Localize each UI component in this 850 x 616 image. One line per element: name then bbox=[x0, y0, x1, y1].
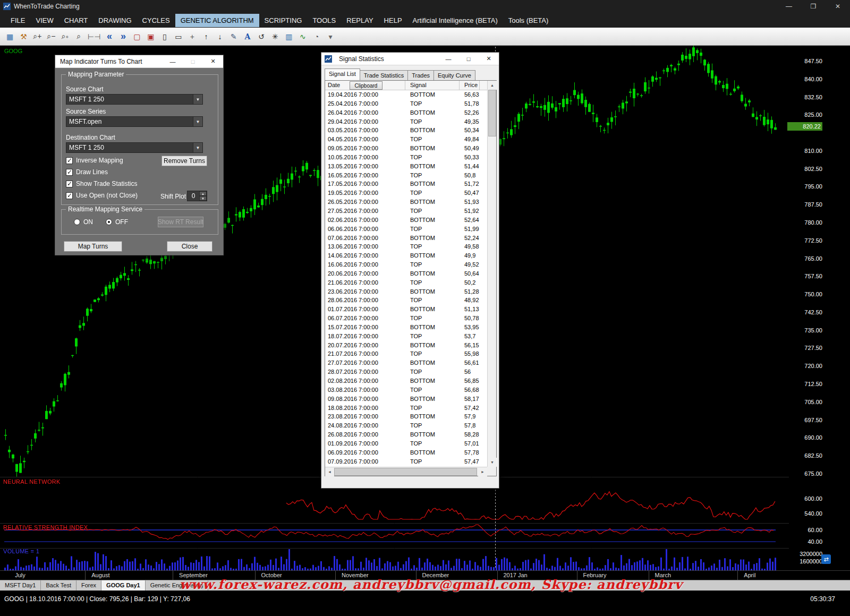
restore-button[interactable]: ❐ bbox=[801, 0, 826, 13]
zoom-in-icon[interactable]: ⌕+ bbox=[31, 30, 44, 44]
signal-row[interactable]: 26.08.2016 7:00:00BOTTOM58,28 bbox=[325, 430, 487, 439]
inverse-mapping-checkbox[interactable]: ✓ Inverse Mapping bbox=[66, 157, 123, 164]
signal-row[interactable]: 26.04.2016 7:00:00BOTTOM52,26 bbox=[325, 108, 487, 117]
scroll-up-icon[interactable]: ▲ bbox=[488, 81, 497, 90]
vertical-scrollbar[interactable]: ▲ ▼ bbox=[487, 81, 496, 467]
arrow-down-icon[interactable]: ↓ bbox=[213, 30, 226, 44]
step-back-icon[interactable]: « bbox=[103, 30, 116, 44]
signal-row[interactable]: 20.06.2016 7:00:00BOTTOM50,64 bbox=[325, 269, 487, 278]
signal-row[interactable]: 14.06.2016 7:00:00BOTTOM49,9 bbox=[325, 251, 487, 260]
horizontal-scrollbar[interactable]: ◄ ► bbox=[325, 467, 487, 476]
signal-row[interactable]: 10.05.2016 7:00:00TOP50,33 bbox=[325, 153, 487, 162]
menu-scripting[interactable]: SCRIPTING bbox=[259, 14, 308, 27]
signal-row[interactable]: 02.06.2016 7:00:00BOTTOM52,64 bbox=[325, 216, 487, 225]
toolbar-overflow-icon[interactable]: ▾ bbox=[324, 30, 337, 44]
line-chart-icon[interactable]: ∿ bbox=[296, 30, 309, 44]
phone-icon[interactable]: ▯ bbox=[158, 30, 171, 44]
menu-cycles[interactable]: CYCLES bbox=[137, 14, 175, 27]
signal-row[interactable]: 18.07.2016 7:00:00TOP53,7 bbox=[325, 332, 487, 341]
ruler-icon[interactable]: ⊢⊣ bbox=[86, 30, 102, 44]
step-forward-icon[interactable]: » bbox=[116, 30, 130, 44]
menu-replay[interactable]: REPLAY bbox=[341, 14, 378, 27]
chart-check-icon[interactable]: ▥ bbox=[282, 30, 295, 44]
select-grid-icon[interactable]: ▣ bbox=[144, 30, 157, 44]
scroll-down-icon[interactable]: ▼ bbox=[488, 458, 497, 467]
plus-icon[interactable]: + bbox=[185, 30, 199, 44]
tab-equity-curve[interactable]: Equity Curve bbox=[434, 70, 475, 80]
chart-tab-forex[interactable]: Forex bbox=[76, 580, 101, 591]
menu-view[interactable]: VIEW bbox=[30, 14, 58, 27]
signal-row[interactable]: 06.07.2016 7:00:00TOP50,78 bbox=[325, 314, 487, 323]
draw-lines-checkbox[interactable]: ✓ Draw Lines bbox=[66, 168, 108, 176]
signal-dialog-minimize-button[interactable]: — bbox=[438, 53, 458, 65]
menu-drawing[interactable]: DRAWING bbox=[93, 14, 137, 27]
signal-row[interactable]: 09.08.2016 7:00:00BOTTOM58,17 bbox=[325, 395, 487, 404]
signal-row[interactable]: 23.06.2016 7:00:00BOTTOM51,28 bbox=[325, 287, 487, 296]
scrollbar-thumb[interactable] bbox=[334, 468, 477, 476]
signal-row[interactable]: 27.05.2016 7:00:00TOP51,92 bbox=[325, 207, 487, 216]
signal-row[interactable]: 15.07.2016 7:00:00BOTTOM53,95 bbox=[325, 323, 487, 332]
shift-plot-stepper[interactable]: 0 ▲▼ bbox=[187, 191, 207, 201]
realtime-off-radio[interactable]: OFF bbox=[106, 218, 128, 226]
signal-dialog-maximize-button[interactable]: □ bbox=[458, 53, 479, 65]
signal-row[interactable]: 23.08.2016 7:00:00BOTTOM57,9 bbox=[325, 412, 487, 421]
signal-row[interactable]: 13.06.2016 7:00:00TOP49,58 bbox=[325, 242, 487, 251]
signal-row[interactable]: 07.09.2016 7:00:00TOP57,47 bbox=[325, 457, 487, 466]
menu-help[interactable]: HELP bbox=[379, 14, 407, 27]
remove-turns-button[interactable]: Remove Turns bbox=[162, 156, 207, 166]
signal-row[interactable]: 03.08.2016 7:00:00TOP56,68 bbox=[325, 386, 487, 395]
arrow-up-icon[interactable]: ↑ bbox=[199, 30, 212, 44]
signal-row[interactable]: 25.04.2016 7:00:00TOP51,78 bbox=[325, 99, 487, 108]
signal-dialog-titlebar[interactable]: Signal Statistics — □ ✕ bbox=[321, 53, 499, 65]
signal-row[interactable]: 26.05.2016 7:00:00BOTTOM51,93 bbox=[325, 198, 487, 207]
signal-row[interactable]: 19.05.2016 7:00:00TOP50,47 bbox=[325, 189, 487, 198]
wrench-icon[interactable]: ⚒ bbox=[17, 30, 30, 44]
close-button[interactable]: ✕ bbox=[826, 0, 850, 13]
scroll-right-icon[interactable]: ► bbox=[478, 467, 487, 476]
destination-chart-select[interactable]: MSFT 1 250 ▼ bbox=[66, 142, 203, 153]
map-turns-button[interactable]: Map Turns bbox=[64, 241, 122, 252]
scrollbar-thumb[interactable] bbox=[488, 90, 496, 136]
signal-row[interactable]: 01.09.2016 7:00:00TOP57,01 bbox=[325, 439, 487, 448]
signal-row[interactable]: 16.06.2016 7:00:00TOP49,52 bbox=[325, 260, 487, 269]
source-series-select[interactable]: MSFT.open ▼ bbox=[66, 116, 203, 127]
use-open-checkbox[interactable]: ✓ Use Open (not Close) bbox=[66, 192, 138, 199]
show-trade-statistics-checkbox[interactable]: ✓ Show Trade Statistics bbox=[66, 180, 137, 187]
tab-trade-statistics[interactable]: Trade Statistics bbox=[360, 70, 408, 80]
signal-row[interactable]: 06.06.2016 7:00:00TOP51,99 bbox=[325, 225, 487, 234]
pencil-icon[interactable]: ✎ bbox=[227, 30, 240, 44]
signal-row[interactable]: 17.05.2016 7:00:00BOTTOM51,72 bbox=[325, 179, 487, 189]
signal-row[interactable]: 01.07.2016 7:00:00BOTTOM51,13 bbox=[325, 305, 487, 314]
signal-row[interactable]: 21.07.2016 7:00:00TOP55,98 bbox=[325, 349, 487, 358]
signal-row[interactable]: 04.05.2016 7:00:00TOP49,84 bbox=[325, 135, 487, 144]
signal-row[interactable]: 16.05.2016 7:00:00TOP50,8 bbox=[325, 171, 487, 180]
spin-down-icon[interactable]: ▼ bbox=[199, 196, 207, 201]
minimize-button[interactable]: — bbox=[777, 0, 801, 13]
zoom-window-icon[interactable]: ⌕∗ bbox=[58, 30, 72, 44]
map-dialog-titlebar[interactable]: Map Indicator Turns To Chart — □ ✕ bbox=[55, 55, 223, 68]
menu-genetic-algorithm[interactable]: GENETIC ALGORITHM bbox=[175, 14, 259, 27]
signal-row[interactable]: 21.06.2016 7:00:00TOP50,2 bbox=[325, 278, 487, 287]
chart-tab-back-test[interactable]: Back Test bbox=[41, 580, 76, 591]
chart-tab-msft-day1[interactable]: MSFT Day1 bbox=[0, 580, 41, 591]
signal-row[interactable]: 13.05.2016 7:00:00BOTTOM51,44 bbox=[325, 162, 487, 171]
signal-row[interactable]: 19.04.2016 7:00:00BOTTOM56,63 bbox=[325, 90, 487, 99]
timer-icon[interactable]: ◔ bbox=[310, 30, 323, 44]
signal-row[interactable]: 27.07.2016 7:00:00BOTTOM56,61 bbox=[325, 358, 487, 367]
spin-up-icon[interactable]: ▲ bbox=[199, 191, 207, 196]
menu-artificial-intelligence-beta-[interactable]: Artificial Intelligence (BETA) bbox=[407, 14, 503, 27]
spider-icon[interactable]: ✳ bbox=[268, 30, 282, 44]
chart-setup-icon[interactable]: ▦ bbox=[3, 30, 16, 44]
chart-tab-goog-day1[interactable]: GOOG Day1 bbox=[101, 580, 146, 591]
menu-tools[interactable]: TOOLS bbox=[307, 14, 341, 27]
signal-row[interactable]: 07.06.2016 7:00:00BOTTOM52,24 bbox=[325, 234, 487, 243]
close-dialog-button[interactable]: Close bbox=[167, 241, 212, 252]
select-region-icon[interactable]: ▢ bbox=[130, 30, 143, 44]
replay-icon[interactable]: ↺ bbox=[254, 30, 268, 44]
zoom-reset-icon[interactable]: ⌕ bbox=[72, 30, 86, 44]
signal-row[interactable]: 06.09.2016 7:00:00BOTTOM57,78 bbox=[325, 448, 487, 457]
menu-chart[interactable]: CHART bbox=[59, 14, 94, 27]
signal-row[interactable]: 20.07.2016 7:00:00BOTTOM56,15 bbox=[325, 341, 487, 350]
zoom-out-icon[interactable]: ⌕− bbox=[45, 30, 58, 44]
map-dialog-close-button[interactable]: ✕ bbox=[203, 55, 223, 68]
